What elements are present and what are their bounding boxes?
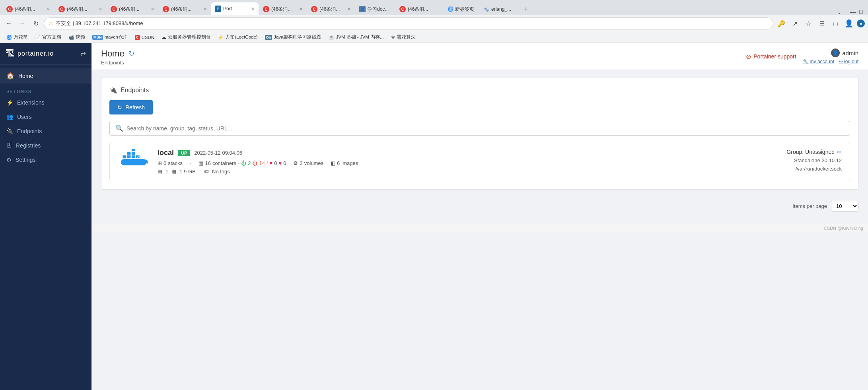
minimize-button[interactable]: — xyxy=(850,9,856,15)
bookmark-label-6: 云服务器管理控制台 xyxy=(168,34,211,40)
sidebar-logo: 🏗 portainer.io ⇄ xyxy=(0,43,91,65)
sidebar-item-settings[interactable]: ⚙ Settings xyxy=(0,153,91,167)
svg-rect-7 xyxy=(131,149,135,151)
portainer-logo-icon: 🏗 xyxy=(6,49,14,59)
refresh-button[interactable]: ↻ Refresh xyxy=(109,100,153,114)
browser-toolbar: ← → ↻ ⚠ 不安全 | 39.107.241.179:8088/#/home… xyxy=(0,15,868,32)
address-bar[interactable]: ⚠ 不安全 | 39.107.241.179:8088/#/home xyxy=(44,17,773,29)
bookmark-maven[interactable]: MUN maven仓库 xyxy=(89,33,131,41)
sidebar-item-users[interactable]: 👥 Users xyxy=(0,110,91,124)
tab-title-7: (46条消... xyxy=(319,6,340,13)
storage-icon: ▤ xyxy=(158,169,162,175)
search-bar: 🔍 xyxy=(109,121,850,136)
browser-tab-7[interactable]: C (46条消... ✕ xyxy=(307,3,355,15)
items-per-page-select[interactable]: 10 25 50 xyxy=(831,201,858,211)
bookmark-leetcode[interactable]: ⚡ 力扣(LeetCode) xyxy=(215,33,261,41)
tab-title-6: (46条消... xyxy=(271,6,292,13)
forward-button[interactable]: → xyxy=(17,18,28,29)
browser-tab[interactable]: C (46条消... ✕ xyxy=(2,3,54,15)
bookmarks-bar: 🌀 万花筒 📄 官方文档 📹 视频 MUN maven仓库 C CSDN ☁ 云… xyxy=(0,32,868,43)
stat-volumes: ⚙ 3 volumes xyxy=(293,160,323,166)
edit-icon[interactable]: ✏ xyxy=(837,149,842,155)
extensions-icon: ⚡ xyxy=(6,99,13,106)
browser-tab-10[interactable]: 🌀 新标签页 xyxy=(444,3,479,15)
bookmark-icon-5: C xyxy=(135,35,140,40)
tab-menu-button[interactable]: ⌄ xyxy=(834,9,845,15)
add-tab-button[interactable]: + xyxy=(520,3,532,15)
back-button[interactable]: ← xyxy=(3,18,14,29)
password-manager-button[interactable]: 🔑 xyxy=(776,18,787,29)
bookmark-snowflake[interactable]: ❄ 雪花算法 xyxy=(388,33,419,41)
tab-close-btn-7[interactable]: ✕ xyxy=(347,7,351,12)
images-count: 6 xyxy=(337,160,340,166)
main-content: Home ↻ Endpoints ⊘ Portainer support 👤 a… xyxy=(91,43,868,390)
tab-favicon-8: 👤 xyxy=(359,6,366,12)
bookmark-button[interactable]: ☆ xyxy=(803,18,814,29)
endpoint-date: 2022-05-12 09:04:06 xyxy=(194,150,242,156)
page-title-row: Home ↻ xyxy=(101,49,134,59)
containers-icon: ▦ xyxy=(199,160,203,166)
heart-icon-unhealthy: ♥ xyxy=(279,160,282,166)
heart-icon-healthy: ♥ xyxy=(270,160,273,166)
browser-tab-11[interactable]: 🐾 erlang_... xyxy=(480,3,520,15)
tab-title-4: (46条消... xyxy=(171,6,191,13)
bookmark-icon-3: 📹 xyxy=(68,35,74,40)
sidebar-item-endpoints[interactable]: 🔌 Endpoints xyxy=(0,124,91,138)
tab-close-btn[interactable]: ✕ xyxy=(47,7,50,12)
endpoint-card[interactable]: local up 2022-05-12 09:04:06 ⊞ 0 stacks … xyxy=(109,142,850,181)
browser-tab-3[interactable]: C (46条消... ✕ xyxy=(107,3,158,15)
sidebar-item-registries[interactable]: 🗄 Registries xyxy=(0,138,91,153)
reading-mode-button[interactable]: ☰ xyxy=(816,18,827,29)
endpoint-name-row: local up 2022-05-12 09:04:06 xyxy=(158,149,778,157)
svg-rect-2 xyxy=(127,155,131,158)
tab-favicon: C xyxy=(6,6,13,12)
support-link[interactable]: ⊘ Portainer support xyxy=(746,53,796,60)
volumes-label: volumes xyxy=(304,160,323,166)
bookmark-java-arch[interactable]: On Java架构师学习路线图 xyxy=(262,33,325,41)
tab-close-btn-active[interactable]: ✕ xyxy=(251,6,255,12)
browser-tab-6[interactable]: C (46条消... ✕ xyxy=(259,3,307,15)
bookmark-icon-9: ☕ xyxy=(329,35,334,40)
browser-chrome: C (46条消... ✕ C (46条消... ✕ C (46条消... ✕ C… xyxy=(0,0,868,43)
tab-close-btn-4[interactable]: ✕ xyxy=(203,7,206,12)
bookmark-jvm[interactable]: ☕ JVM 基础 - JVM 内存... xyxy=(325,33,387,41)
logout-link[interactable]: ↪ log out xyxy=(839,59,858,64)
bookmark-wanhuatong[interactable]: 🌀 万花筒 xyxy=(3,33,31,41)
sidebar-item-extensions[interactable]: ⚡ Extensions xyxy=(0,95,91,110)
bookmark-cloud[interactable]: ☁ 云服务器管理控制台 xyxy=(158,33,214,41)
browser-tab-8[interactable]: 👤 学习doc... xyxy=(355,3,395,15)
stacks-count: 0 xyxy=(163,160,166,166)
endpoint-stats-row1: ⊞ 0 stacks - ▦ 16 containers - ⏻ xyxy=(158,160,778,166)
admin-section: 👤 admin 🔧 my account ↪ log out xyxy=(803,49,858,64)
browser-tab-4[interactable]: C (46条消... ✕ xyxy=(159,3,210,15)
sidebar-item-home[interactable]: 🏠 Home xyxy=(0,68,91,83)
bookmark-icon-6: ☁ xyxy=(162,35,166,40)
page-refresh-icon[interactable]: ↻ xyxy=(128,49,134,58)
browser-tab-9[interactable]: C (46条消... xyxy=(395,3,443,15)
my-account-link[interactable]: 🔧 my account xyxy=(803,59,834,64)
bookmark-csdn[interactable]: C CSDN xyxy=(132,34,158,41)
sidebar-toggle-icon[interactable]: ⇄ xyxy=(81,50,86,58)
bookmark-icon-2: 📄 xyxy=(35,35,41,40)
reload-button[interactable]: ↻ xyxy=(30,18,41,29)
power-icon: ⏻ xyxy=(241,160,246,166)
tab-close-btn-3[interactable]: ✕ xyxy=(151,7,154,12)
tab-close-btn-2[interactable]: ✕ xyxy=(99,7,102,12)
bookmark-official-docs[interactable]: 📄 官方文档 xyxy=(32,33,64,41)
maximize-button[interactable]: ☐ xyxy=(859,9,863,15)
group-label: Group: Unassigned xyxy=(786,149,835,155)
tab-close-btn-6[interactable]: ✕ xyxy=(299,7,303,12)
endpoint-group-row: Group: Unassigned ✏ xyxy=(786,149,842,155)
storage-count: 1 xyxy=(165,169,168,175)
search-input[interactable] xyxy=(127,125,844,132)
browser-tab-2[interactable]: C (46条消... ✕ xyxy=(54,3,106,15)
share-button[interactable]: ↗ xyxy=(789,18,800,29)
profile-button[interactable]: 👤 xyxy=(843,18,854,29)
stat-stacks: ⊞ 0 stacks xyxy=(158,160,183,166)
tab-favicon-7: C xyxy=(311,6,317,12)
browser-tab-active[interactable]: P Port ✕ xyxy=(211,2,259,15)
plug-icon: 🔌 xyxy=(109,86,117,94)
sidebar-toggle-button[interactable]: ⬚ xyxy=(830,18,841,29)
bookmark-video[interactable]: 📹 视频 xyxy=(65,33,88,41)
extensions-label: Extensions xyxy=(17,99,44,106)
